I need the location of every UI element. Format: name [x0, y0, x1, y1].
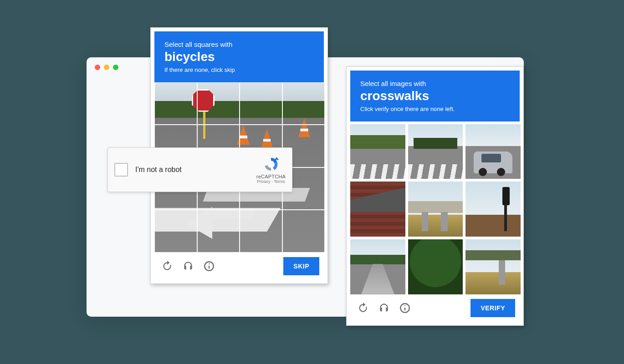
window-minimize-icon[interactable]	[104, 65, 109, 70]
privacy-link[interactable]: Privacy	[257, 179, 271, 184]
captcha-header: Select all images with crosswalks Click …	[350, 71, 520, 121]
info-icon[interactable]	[397, 300, 413, 316]
captcha-instruction-line1: Select all images with	[360, 80, 510, 87]
captcha-tile[interactable]	[465, 124, 521, 179]
grid-cell[interactable]	[154, 210, 197, 253]
recaptcha-badge: reCAPTCHA Privacy - Terms	[256, 156, 286, 184]
grid-cell[interactable]	[240, 210, 282, 253]
recaptcha-logo-icon	[262, 156, 280, 173]
window-maximize-icon[interactable]	[113, 65, 118, 70]
headphones-icon[interactable]	[376, 300, 392, 316]
captcha-tile[interactable]	[350, 182, 405, 237]
headphones-icon[interactable]	[180, 258, 196, 274]
grid-cell[interactable]	[282, 82, 325, 125]
captcha-instruction-line3: Click verify once there are none left.	[360, 106, 510, 112]
recaptcha-badge-name: reCAPTCHA	[256, 174, 286, 179]
grid-cell[interactable]	[282, 210, 325, 253]
captcha-tile[interactable]	[408, 124, 463, 179]
recaptcha-badge-links: Privacy - Terms	[257, 179, 285, 184]
svg-point-6	[404, 305, 405, 306]
terms-link[interactable]: Terms	[274, 179, 285, 184]
captcha-footer: SKIP	[154, 253, 324, 280]
captcha-tile[interactable]	[465, 182, 521, 237]
captcha-footer: VERIFY	[350, 294, 520, 322]
captcha-instruction-line1: Select all squares with	[164, 40, 314, 48]
captcha-challenge-crosswalks: Select all images with crosswalks Click …	[346, 66, 524, 326]
captcha-image-grid-3x3	[350, 121, 521, 294]
svg-point-2	[209, 263, 210, 264]
grid-cell[interactable]	[154, 82, 197, 125]
captcha-tile[interactable]	[408, 182, 463, 237]
svg-marker-3	[275, 157, 279, 160]
recaptcha-checkbox-widget: I'm not a robot reCAPTCHA Privacy - Term…	[107, 147, 292, 192]
recaptcha-label: I'm not a robot	[135, 166, 256, 174]
skip-button[interactable]: SKIP	[283, 257, 319, 275]
grid-cell[interactable]	[197, 82, 240, 125]
captcha-target-word: crosswalks	[360, 88, 510, 104]
recaptcha-checkbox[interactable]	[114, 163, 128, 177]
grid-cell[interactable]	[197, 210, 240, 253]
captcha-target-word: bicycles	[164, 49, 314, 65]
captcha-tile[interactable]	[408, 239, 463, 294]
captcha-header: Select all squares with bicycles If ther…	[154, 31, 324, 82]
reload-icon[interactable]	[355, 300, 371, 316]
grid-cell[interactable]	[240, 82, 282, 125]
info-icon[interactable]	[201, 258, 217, 274]
window-close-icon[interactable]	[95, 65, 100, 70]
verify-button[interactable]: VERIFY	[471, 299, 515, 317]
captcha-tile[interactable]	[465, 239, 521, 294]
captcha-tile[interactable]	[350, 124, 405, 179]
captcha-instruction-line3: If there are none, click skip	[164, 66, 314, 73]
reload-icon[interactable]	[159, 258, 175, 274]
captcha-tile[interactable]	[350, 239, 405, 294]
